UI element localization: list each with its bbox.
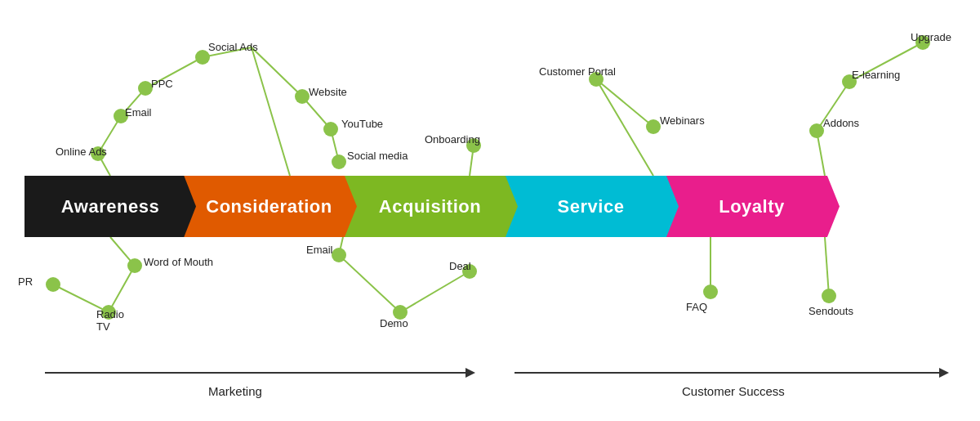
label-customer-portal: Customer Portal [539,65,616,78]
label-pr: PR [18,275,33,288]
label-marketing: Marketing [208,384,262,398]
segment-service: Service [503,176,679,237]
svg-point-20 [822,289,836,303]
label-word-of-mouth: Word of Mouth [144,256,213,268]
svg-point-16 [332,248,346,262]
label-elearning: E-learning [852,69,900,81]
label-demo: Demo [380,317,408,329]
svg-point-10 [809,123,824,138]
label-website: Website [309,86,347,98]
label-sendouts: Sendouts [808,305,853,317]
svg-marker-22 [466,368,475,378]
label-deal: Deal [449,260,471,272]
segment-consideration-label: Consideration [206,196,332,217]
label-email-below: Email [306,244,333,256]
label-upgrade: Upgrade [911,31,951,43]
svg-point-9 [646,119,661,134]
journey-canvas: Awareness Consideration Acquisition Serv… [0,0,980,421]
label-webinars: Webinars [660,114,705,127]
segment-consideration: Consideration [181,176,357,237]
segment-awareness-label: Awareness [61,196,159,217]
label-faq: FAQ [686,301,707,313]
svg-point-13 [46,277,60,292]
segment-service-label: Service [558,196,625,217]
segment-acquisition: Acquisition [342,176,518,237]
label-email-above: Email [125,106,152,119]
label-addons: Addons [823,117,859,129]
segment-loyalty-label: Loyalty [719,196,785,217]
label-radio-tv: RadioTV [96,308,124,333]
label-youtube: YouTube [341,118,383,130]
segment-loyalty: Loyalty [664,176,840,237]
svg-point-6 [332,155,346,169]
svg-marker-24 [939,368,949,378]
svg-point-5 [323,122,338,137]
label-social-ads: Social Ads [208,41,258,53]
segment-awareness: Awareness [24,176,196,237]
label-ppc: PPC [151,78,173,90]
label-customer-success: Customer Success [682,384,785,398]
arrow-row: Awareness Consideration Acquisition Serv… [24,176,840,237]
svg-point-15 [127,258,142,273]
svg-point-4 [295,89,310,104]
label-online-ads: Online Ads [56,146,107,158]
label-social-media: Social media [347,150,408,162]
svg-point-19 [703,284,718,299]
segment-acquisition-label: Acquisition [379,196,481,217]
label-onboarding: Onboarding [425,133,480,146]
